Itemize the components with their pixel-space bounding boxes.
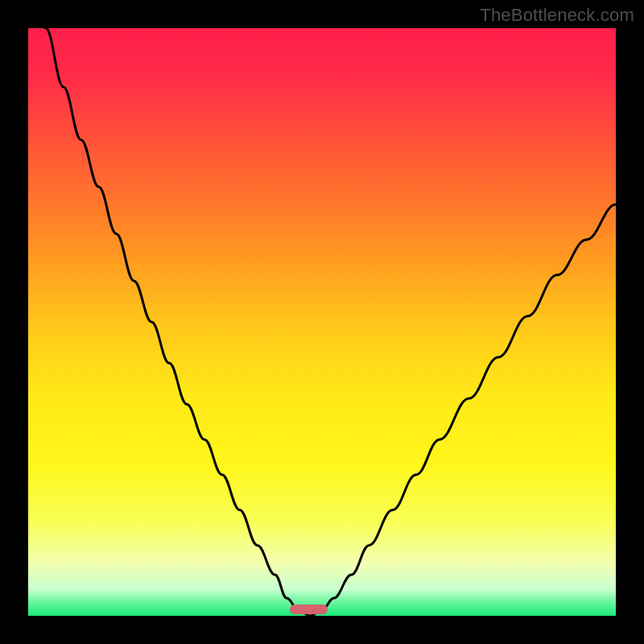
watermark-text: TheBottleneck.com	[480, 5, 634, 26]
plot-area	[28, 28, 616, 616]
chart-frame: TheBottleneck.com	[0, 0, 644, 644]
bottleneck-curve	[28, 28, 616, 616]
optimum-marker	[290, 605, 328, 614]
